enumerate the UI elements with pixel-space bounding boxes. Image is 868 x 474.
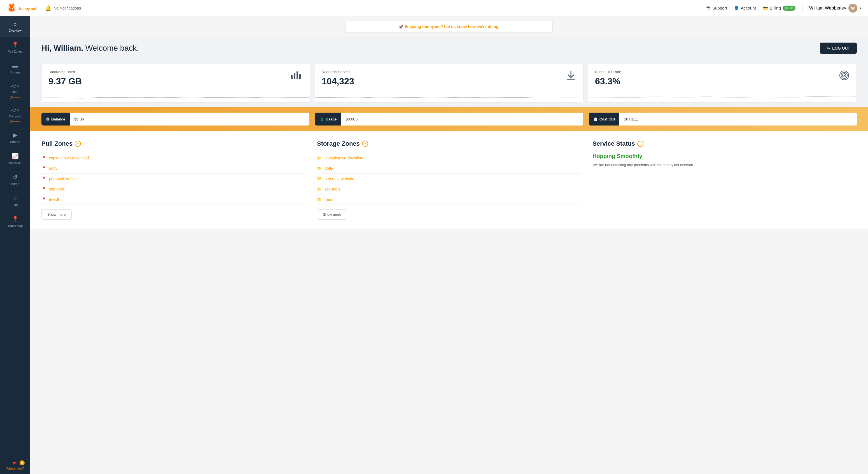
billing-link[interactable]: 💳 Billing $6.96 — [763, 6, 796, 11]
sidebar-item-logs[interactable]: ≡ Logs — [0, 190, 30, 211]
pin-icon: 📍 — [41, 156, 46, 160]
whats-new-section[interactable]: 10 🚩 What's new? — [0, 458, 30, 474]
traffic-map-icon: 📍 — [12, 216, 19, 223]
bunny-logo-icon — [7, 3, 17, 13]
requests-label: Requests Served — [322, 70, 577, 74]
stream-icon: ▶ — [13, 132, 18, 138]
service-status-section: Service Status → Hopping Smoothly We are… — [592, 140, 857, 219]
user-name: William Webberley — [809, 6, 846, 11]
cache-value: 63.3% — [595, 76, 850, 87]
folder-icon: 📁 — [317, 156, 322, 160]
stat-card-bandwidth: Bandwidth Used 9.37 GB — [41, 64, 310, 102]
pull-zone-item-0[interactable]: 📍 capsuletown-download — [41, 153, 306, 163]
svg-rect-6 — [291, 76, 292, 79]
pull-zones-show-more-button[interactable]: Show more — [41, 209, 72, 219]
account-link[interactable]: 👤 Account — [734, 6, 756, 11]
sidebar-item-storage[interactable]: ▬ Storage — [0, 58, 30, 79]
svg-point-5 — [12, 8, 13, 9]
logo[interactable]: bunny.net — [7, 3, 36, 13]
top-nav: bunny.net 🔔 No Notifications ⛑ Support 👤… — [0, 0, 868, 16]
service-status-title-text: Service Status — [592, 140, 635, 147]
dashboard-grid: Pull Zones + 📍 capsuletown-download 📍 do… — [30, 131, 868, 229]
sidebar-item-stream[interactable]: ▶ Stream — [0, 127, 30, 148]
requests-icon — [565, 70, 577, 83]
storage-zones-section: Storage Zones + 📁 capsuletown-download 📁… — [317, 140, 581, 219]
pull-zone-item-2[interactable]: 📍 personal-website — [41, 174, 306, 184]
statistics-icon: 📈 — [12, 153, 19, 159]
cache-label: Cache HIT Rate — [595, 70, 850, 74]
storage-zone-name-2: personal-website — [324, 177, 354, 181]
cache-chart — [588, 91, 857, 102]
sidebar-storage-label: Storage — [10, 70, 21, 74]
storage-zones-show-more-button[interactable]: Show more — [317, 209, 347, 219]
pin-icon: 📍 — [41, 177, 46, 181]
pull-zone-name-3: sso-tools — [49, 187, 65, 191]
notification-area[interactable]: 🔔 No Notifications — [45, 5, 701, 11]
pin-icon: 📍 — [41, 187, 46, 191]
whats-new-badge: 10 — [20, 460, 25, 465]
pull-zone-name-2: personal-website — [49, 177, 79, 181]
calendar-icon: 🗓 — [46, 117, 50, 121]
pull-zone-item-1[interactable]: 📍 dotty — [41, 163, 306, 174]
logs-icon: ≡ — [13, 195, 17, 201]
pull-zones-section: Pull Zones + 📍 capsuletown-download 📍 do… — [41, 140, 306, 219]
pull-zones-list: 📍 capsuletown-download 📍 dotty 📍 persona… — [41, 153, 306, 205]
sidebar-item-statistics[interactable]: 📈 Statistics — [0, 148, 30, 169]
sidebar-item-pull-zones[interactable]: 📍 Pull Zones — [0, 37, 30, 58]
logout-label: LOG OUT — [832, 46, 850, 51]
welcome-bar: Hi, William. Welcome back. ↪ LOG OUT — [30, 37, 868, 59]
sidebar-dns-label: DNS — [12, 90, 18, 94]
requests-chart — [315, 91, 583, 102]
service-status-link-button[interactable]: → — [637, 141, 644, 147]
support-link[interactable]: ⛑ Support — [707, 6, 727, 10]
bandwidth-label: Bandwidth Used — [49, 70, 303, 74]
service-status-ok-text: Hopping Smoothly — [592, 153, 857, 159]
compute-icon: </> — [11, 108, 19, 113]
storage-zone-item-2[interactable]: 📁 personal-website — [317, 174, 581, 184]
folder-icon: 📁 — [317, 166, 322, 171]
pull-zone-item-3[interactable]: 📍 sso-tools — [41, 184, 306, 195]
promo-banner[interactable]: 🚀 Enjoying bunny.net? Let us know how we… — [345, 21, 553, 32]
billing-bar: 🗓 Balance $6.96 💲 Usage $0.003 📋 Cost /G… — [30, 107, 868, 131]
billing-label: Billing — [770, 6, 781, 10]
svg-point-4 — [11, 8, 11, 9]
add-storage-zone-button[interactable]: + — [362, 141, 368, 147]
main-content: 🚀 Enjoying bunny.net? Let us know how we… — [30, 16, 868, 474]
user-menu[interactable]: William Webberley W ▾ — [809, 4, 861, 12]
svg-point-15 — [844, 75, 845, 76]
sidebar-overview-label: Overview — [9, 29, 22, 32]
sidebar-item-overview[interactable]: ⌂ Overview — [0, 16, 30, 37]
sidebar-item-purge[interactable]: ↺ Purge — [0, 169, 30, 190]
add-pull-zone-button[interactable]: + — [75, 141, 81, 147]
storage-zone-item-1[interactable]: 📁 dotty — [317, 163, 581, 174]
welcome-name: Hi, William. — [41, 44, 83, 52]
logo-sub-text: .net — [30, 6, 36, 11]
usage-field-value: $0.003 — [341, 117, 583, 121]
bandwidth-chart — [42, 91, 310, 102]
logout-button[interactable]: ↪ LOG OUT — [820, 42, 857, 54]
requests-value: 104,323 — [322, 76, 577, 87]
sidebar-traffic-map-label: Traffic Map — [7, 224, 23, 228]
storage-zone-item-3[interactable]: 📁 sso-tools — [317, 184, 581, 195]
usage-field-label-text: Usage — [326, 117, 337, 121]
sidebar-item-traffic-map[interactable]: 📍 Traffic Map — [0, 211, 30, 232]
storage-zone-item-4[interactable]: 📁 treadl — [317, 195, 581, 205]
stat-card-cache: Cache HIT Rate 63.3% — [588, 64, 857, 102]
folder-icon: 📁 — [317, 197, 322, 202]
svg-rect-7 — [294, 73, 296, 79]
dns-icon: </> — [11, 84, 19, 89]
sidebar-purge-label: Purge — [11, 182, 19, 186]
account-label: Account — [741, 6, 756, 10]
welcome-subtitle: Welcome back. — [85, 44, 139, 52]
sidebar-item-dns[interactable]: </> DNS (Preview) — [0, 79, 30, 103]
usage-label: 💲 Usage — [315, 113, 341, 125]
sidebar-item-compute[interactable]: </> Compute (Preview) — [0, 103, 30, 127]
balance-field-label-text: Balance — [51, 117, 65, 121]
pull-zone-item-4[interactable]: 📍 treadl — [41, 195, 306, 205]
sidebar-compute-sublabel: (Preview) — [10, 120, 21, 123]
stat-card-requests: Requests Served 104,323 — [315, 64, 584, 102]
flag-icon: 🚩 — [13, 462, 17, 466]
balance-field-value: $6.96 — [70, 117, 309, 121]
storage-zone-item-0[interactable]: 📁 capsuletown-download — [317, 153, 581, 163]
storage-zones-list: 📁 capsuletown-download 📁 dotty 📁 persona… — [317, 153, 581, 205]
